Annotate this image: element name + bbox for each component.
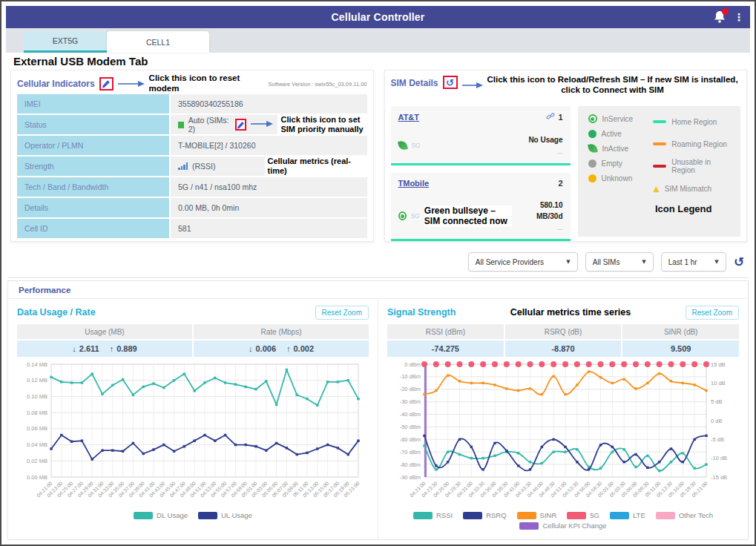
legend-item: Unknown <box>588 173 654 183</box>
cellular-indicators-title: Cellular Indicators <box>17 79 95 89</box>
leaf-icon <box>588 143 598 154</box>
bell-icon[interactable] <box>713 10 726 24</box>
svg-text:-50 dBm: -50 dBm <box>400 424 421 430</box>
indicator-value: 5G / n41 / nsa100 mhz <box>171 177 367 197</box>
indicator-row: IMEI355890340255186 <box>17 94 367 114</box>
bullseye-icon <box>398 211 407 220</box>
performance-panel: Performance Data Usage / Rate Reset Zoom… <box>7 280 749 540</box>
section-divider <box>7 277 749 278</box>
svg-text:-60 dBm: -60 dBm <box>400 436 421 443</box>
chevron-down-icon: ▼ <box>566 259 570 265</box>
svg-text:0.08 MB: 0.08 MB <box>27 410 47 416</box>
sim-provider-link[interactable]: TMobile <box>398 179 430 188</box>
reload-sim-refresh-icon[interactable]: ↻ <box>443 76 458 89</box>
down-arrow: ↓ <box>249 344 253 353</box>
down-arrow: ↓ <box>72 344 76 353</box>
svg-text:0.14 MB: 0.14 MB <box>27 361 47 368</box>
data-usage-title: Data Usage / Rate <box>17 307 96 318</box>
rssi-value: -74.275 <box>387 341 504 357</box>
sim-usage: No Usage ... <box>528 134 562 157</box>
sim-details-title: SIM Details <box>391 78 438 88</box>
legend-item: Roaming Region <box>653 139 736 149</box>
refresh-charts-icon[interactable]: ↻ <box>734 254 744 269</box>
chart-legend-item: DL Usage <box>134 511 188 519</box>
signal-bars-icon <box>178 162 188 170</box>
circle-icon <box>588 159 596 168</box>
sinr-header: SINR (dB) <box>622 324 739 339</box>
indicator-label: Strength <box>17 157 169 176</box>
usage-header: Usage (MB) <box>17 324 192 339</box>
chart-legend-item: 5G <box>567 511 599 519</box>
chevron-down-icon: ▼ <box>714 259 718 265</box>
icon-legend-caption: Icon Legend <box>626 203 740 214</box>
svg-text:-20 dBm: -20 dBm <box>400 386 421 392</box>
svg-text:-30 dBm: -30 dBm <box>400 398 421 405</box>
signal-legend-row1: RSSIRSRQSINR5GLTEOther Tech <box>387 511 739 519</box>
circle-icon <box>588 174 596 182</box>
service-provider-select[interactable]: All Service Providers▼ <box>468 252 578 272</box>
time-series-annotation: Cellular metrics time series <box>510 307 631 318</box>
sim-usage: 580.10 MB/30d ... <box>516 200 563 234</box>
dash-icon <box>653 120 666 123</box>
sim-priority-pencil-icon[interactable] <box>235 119 247 131</box>
rate-values: ↓0.006 ↑0.002 <box>194 341 369 357</box>
svg-text:15 dB: 15 dB <box>711 361 726 368</box>
chart-legend-item: SINR <box>517 511 557 519</box>
indicator-label: IMEI <box>17 94 169 114</box>
sim-provider-link[interactable]: AT&T <box>398 113 420 122</box>
reset-zoom-button[interactable]: Reset Zoom <box>315 306 369 320</box>
data-usage-chart[interactable]: 0.00 MB0.02 MB0.04 MB0.06 MB0.08 MB0.10 … <box>17 358 366 516</box>
signal-legend-row2: Cellular KPI Change <box>387 522 739 530</box>
indicator-row: Strength(RSSI)Cellular metrics (real-tim… <box>17 157 367 176</box>
legend-item: InService <box>588 114 654 124</box>
reset-zoom-button[interactable]: Reset Zoom <box>686 306 739 320</box>
chart-filters: All Service Providers▼ All SIMs▼ Last 1 … <box>468 252 744 272</box>
svg-text:5 dB: 5 dB <box>711 398 722 405</box>
rate-header: Rate (Mbps) <box>194 324 369 339</box>
svg-text:-15 dB: -15 dB <box>711 474 727 481</box>
chart-legend-item: Cellular KPI Change <box>519 522 606 530</box>
sim-tech-label: 5G <box>411 212 420 220</box>
sims-select[interactable]: All SIMs▼ <box>585 252 654 272</box>
svg-text:-40 dBm: -40 dBm <box>400 411 421 418</box>
indicator-label: Cell ID <box>17 219 169 238</box>
leaf-icon <box>398 140 408 151</box>
kebab-menu-icon[interactable]: ⋮ <box>734 12 744 22</box>
legend-item: Empty <box>588 158 654 168</box>
indicator-label: Status <box>17 115 169 134</box>
top-navbar: Cellular Controller ⋮ <box>6 6 750 28</box>
dash-icon <box>653 142 666 145</box>
tab-cell1[interactable]: CELL1 <box>107 31 209 53</box>
svg-text:0.10 MB: 0.10 MB <box>27 393 47 400</box>
bullseye-icon <box>588 114 597 123</box>
rsrq-header: RSRQ (dB) <box>505 324 622 339</box>
time-range-select[interactable]: Last 1 hr▼ <box>661 252 726 272</box>
indicator-value: (RSSI)Cellular metrics (real-time) <box>171 157 367 176</box>
data-usage-section: Data Usage / Rate Reset Zoom Usage (MB) … <box>8 299 378 539</box>
realtime-metrics-annotation: Cellular metrics (real-time) <box>265 156 367 176</box>
indicator-row: Operator / PLMNT-MOBILE[2] / 310260 <box>17 136 367 155</box>
signal-strength-chart[interactable]: 0 dBm-10 dBm-20 dBm-30 dBm-40 dBm-50 dBm… <box>387 358 736 516</box>
svg-text:0.06 MB: 0.06 MB <box>27 425 47 432</box>
svg-text:0.00 MB: 0.00 MB <box>27 474 47 481</box>
usage-values: ↓2.611 ↑0.889 <box>17 341 192 357</box>
dash-icon <box>653 165 666 168</box>
tab-ext5g[interactable]: EXT5G <box>24 31 107 53</box>
chart-legend-item: UL Usage <box>198 511 252 519</box>
signal-strength-title: Signal Strength <box>387 307 456 318</box>
reset-modem-pencil-icon[interactable] <box>99 77 114 91</box>
callout-arrow-icon <box>118 77 145 91</box>
signal-strength-section: Signal Strength Cellular metrics time se… <box>378 299 748 539</box>
link-icon <box>546 112 555 122</box>
data-usage-legend: DL UsageUL Usage <box>17 511 369 519</box>
indicator-label: Operator / PLMN <box>17 136 169 155</box>
performance-title: Performance <box>8 281 748 299</box>
svg-text:-90 dBm: -90 dBm <box>400 474 421 481</box>
warning-triangle-icon: ▲ <box>653 185 659 193</box>
indicator-value: 581 <box>171 219 367 238</box>
rsrq-value: -8.870 <box>505 341 622 357</box>
chevron-down-icon: ▼ <box>642 259 645 265</box>
reload-sim-annotation: Click this icon to Reload/Refresh SIM – … <box>487 75 738 96</box>
cellular-indicators-table: IMEI355890340255186StatusAuto (SIMs: 2)C… <box>17 94 367 238</box>
sim-details-panel: SIM Details ↻ Click this icon to Reload/… <box>384 70 748 242</box>
